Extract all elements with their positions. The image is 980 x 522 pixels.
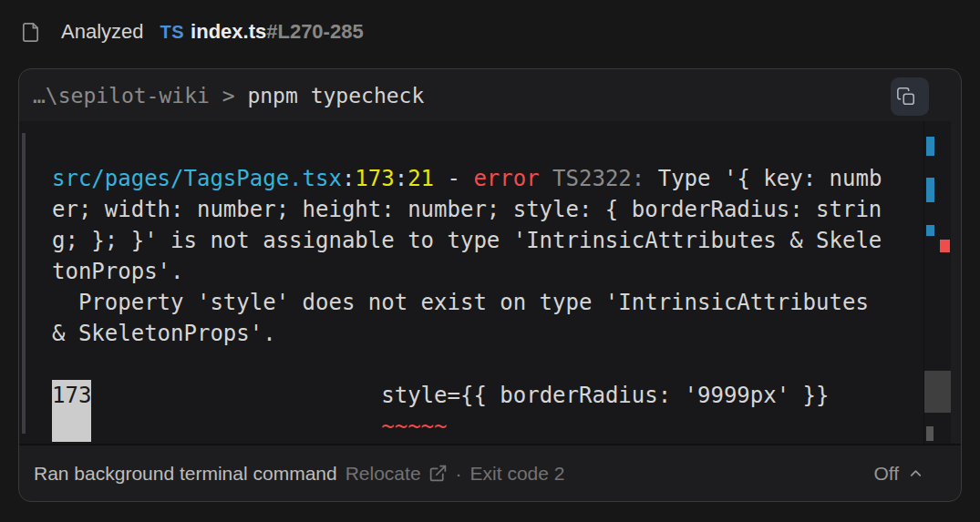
terminal-output-line: ~~~~~ [52,411,923,442]
relocate-link[interactable]: Relocate [346,463,448,485]
terminal-prompt-path: …\sepilot-wiki > [33,84,247,107]
terminal-output-line: 173 style={{ borderRadius: '9999px' }} [52,380,923,411]
terminal-output-line: tonProps'. [52,256,923,287]
ruler-mark-gray [926,426,934,441]
exit-code-label: Exit code 2 [470,463,565,485]
toggle-label: Off [873,463,899,485]
typescript-icon: TS [160,22,185,43]
terminal-output-area: src/pages/TagsPage.tsx:173:21 - error TS… [19,121,951,444]
scrollbar-thumb[interactable] [924,371,951,413]
ruler-mark-blue [926,137,934,156]
terminal-command-bar: …\sepilot-wiki > pnpm typecheck [19,69,961,121]
chevron-up-icon [907,465,924,482]
copy-button[interactable] [891,77,929,116]
terminal-output-line: src/pages/TagsPage.tsx:173:21 - error TS… [52,163,923,194]
terminal-output-line: er; width: number; height: number; style… [52,194,923,225]
external-link-icon [428,464,448,483]
header: Analyzed TS index.ts#L270-285 [20,20,364,44]
autorun-toggle-button[interactable]: Off [873,463,924,485]
terminal-card: …\sepilot-wiki > pnpm typecheck src/page… [18,68,962,502]
file-icon [20,22,41,43]
terminal-output-line [52,349,923,380]
terminal-output-line: & SkeletonProps'. [52,318,923,349]
ruler-mark-blue [926,225,934,236]
file-reference-link[interactable]: TS index.ts#L270-285 [160,20,364,44]
file-line-range: #L270-285 [266,20,363,44]
terminal-left-decoration [22,133,26,434]
file-name: index.ts [191,20,266,44]
terminal-footer: Ran background terminal command Relocate… [19,444,961,501]
scrollbar[interactable] [923,121,951,444]
footer-status: Ran background terminal command [34,463,337,485]
terminal-output: src/pages/TagsPage.tsx:173:21 - error TS… [19,121,923,444]
ruler-mark-blue [926,178,934,202]
footer-separator: · [456,463,462,485]
terminal-command: pnpm typecheck [247,84,424,107]
analyzed-label: Analyzed [61,20,144,44]
terminal-output-line: Property 'style' does not exist on type … [52,287,923,318]
relocate-label: Relocate [346,463,421,485]
terminal-output-line: g; }; }' is not assignable to type 'Intr… [52,225,923,256]
ruler-mark-error [940,240,950,252]
